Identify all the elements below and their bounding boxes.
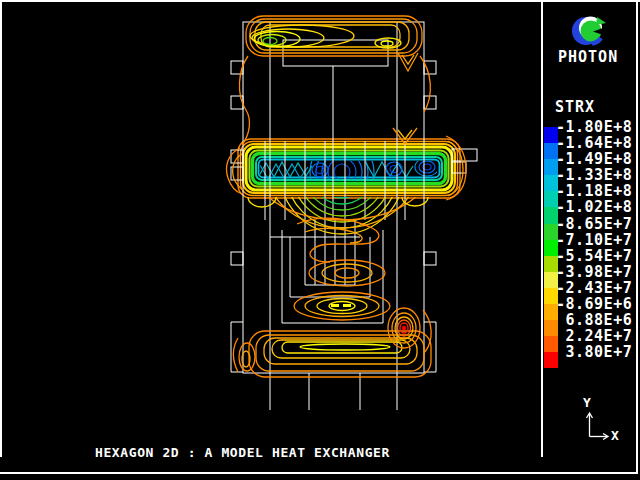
photon-window: PHOTON STRX -1.80E+8-1.64E+8-1.49E+8-1.3…: [0, 0, 640, 480]
wireframe: [231, 22, 477, 410]
legend-entry: 3.80E+7: [544, 352, 636, 368]
app-name: PHOTON: [558, 48, 618, 66]
bottom-legs: [270, 373, 397, 410]
frame-top: [0, 0, 640, 2]
contour-top-blob: [246, 16, 422, 71]
frame-bottom: [0, 472, 638, 474]
legend-label: -8.65E+7: [556, 216, 632, 233]
legend-label: -1.02E+8: [556, 199, 632, 216]
frame-right: [636, 0, 638, 474]
legend-title: STRX: [555, 98, 595, 116]
axis-arrows-icon: [580, 408, 616, 444]
legend-label: 3.80E+7: [556, 344, 632, 361]
right-streamer: [420, 56, 430, 112]
left-streamer: [239, 56, 249, 145]
hotspot: [388, 308, 420, 348]
panel-divider: [541, 0, 543, 457]
plot-caption: HEXAGON 2D : A MODEL HEAT EXCHANGER: [95, 445, 390, 460]
color-legend: -1.80E+8-1.64E+8-1.49E+8-1.33E+8-1.18E+8…: [544, 127, 636, 368]
side-ports: [231, 61, 477, 372]
frame-left: [0, 0, 2, 457]
oval-set-lower: [294, 292, 390, 320]
photon-logo-icon: [570, 12, 610, 52]
oval-set-upper: [309, 260, 385, 286]
